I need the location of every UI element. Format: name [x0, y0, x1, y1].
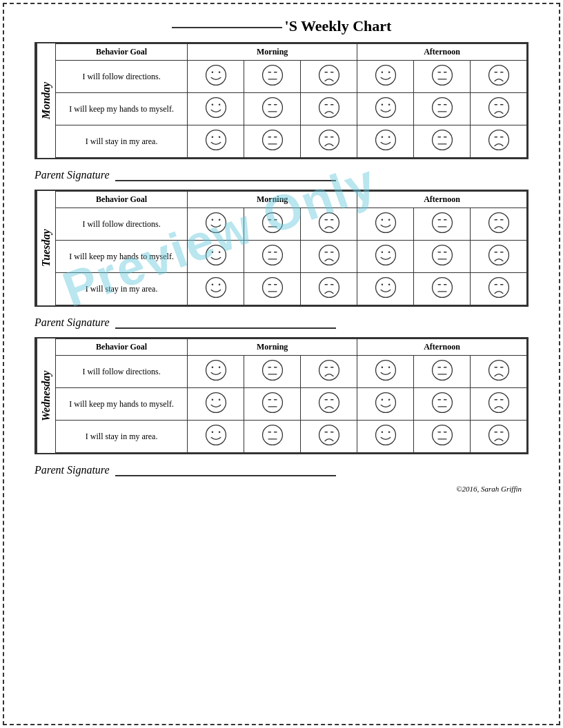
neutral-face-icon — [261, 211, 284, 234]
happy-face-icon — [204, 276, 228, 299]
neutral-face-icon — [431, 96, 454, 119]
goal-cell-0-2: I will stay in my area. — [56, 125, 188, 158]
neutral-face-icon — [261, 63, 284, 87]
svg-point-162 — [219, 431, 221, 433]
parent-signature-wednesday: Parent Signature — [34, 460, 529, 481]
svg-point-50 — [375, 130, 395, 150]
parent-signature-monday: Parent Signature — [34, 165, 529, 185]
face-cell-1-1-2 — [301, 241, 357, 273]
svg-point-73 — [432, 213, 452, 233]
svg-point-97 — [488, 245, 508, 265]
face-cell-2-1-1 — [244, 388, 301, 421]
svg-point-120 — [206, 361, 226, 381]
face-cell-2-2-0 — [188, 421, 244, 453]
svg-point-141 — [211, 398, 213, 401]
svg-point-7 — [319, 65, 339, 85]
sad-face-icon — [317, 63, 341, 87]
sad-face-icon — [487, 423, 511, 447]
face-cell-2-0-5 — [471, 356, 527, 388]
svg-point-40 — [206, 130, 226, 150]
svg-point-117 — [488, 278, 508, 298]
face-cell-0-2-0 — [188, 125, 244, 158]
svg-point-37 — [488, 98, 508, 118]
sad-face-icon — [487, 96, 511, 119]
neutral-face-icon — [261, 423, 284, 447]
svg-point-87 — [319, 245, 339, 265]
svg-point-77 — [488, 213, 508, 233]
face-cell-2-2-3 — [357, 421, 414, 453]
neutral-face-icon — [261, 391, 284, 414]
face-cell-2-0-2 — [301, 356, 357, 388]
svg-point-83 — [262, 245, 282, 265]
face-cell-0-1-0 — [188, 93, 244, 125]
happy-face-icon — [204, 211, 228, 234]
svg-point-52 — [388, 136, 390, 138]
goal-cell-1-2: I will stay in my area. — [56, 273, 188, 305]
face-cell-1-0-1 — [244, 208, 301, 241]
svg-point-21 — [211, 103, 213, 105]
table-row: I will keep my hands to myself. — [56, 93, 527, 125]
svg-point-131 — [381, 366, 383, 368]
sad-face-icon — [317, 128, 341, 152]
face-cell-0-0-4 — [414, 61, 471, 93]
face-cell-0-0-3 — [357, 61, 414, 93]
face-cell-0-1-2 — [301, 93, 357, 125]
face-cell-0-0-0 — [188, 61, 244, 93]
svg-point-12 — [388, 71, 390, 73]
face-cell-2-2-5 — [471, 421, 527, 453]
neutral-face-icon — [261, 128, 284, 152]
col-header-behavior-goal: Behavior Goal — [56, 339, 188, 356]
face-cell-1-1-1 — [244, 241, 301, 273]
face-cell-0-2-3 — [357, 125, 414, 158]
face-cell-2-2-1 — [244, 421, 301, 453]
face-cell-2-0-1 — [244, 356, 301, 388]
svg-point-153 — [432, 393, 452, 413]
neutral-face-icon — [431, 276, 454, 299]
sad-face-icon — [317, 276, 341, 299]
svg-point-90 — [375, 245, 395, 265]
svg-point-110 — [375, 278, 395, 298]
svg-point-62 — [219, 219, 221, 221]
svg-point-163 — [262, 425, 282, 445]
svg-point-137 — [488, 361, 508, 381]
day-label-tuesday: Tuesday — [36, 191, 55, 305]
happy-face-icon — [204, 63, 228, 87]
svg-point-31 — [381, 103, 383, 105]
svg-point-173 — [432, 425, 452, 445]
svg-point-92 — [388, 251, 390, 253]
svg-point-122 — [219, 366, 221, 368]
svg-point-167 — [319, 425, 339, 445]
svg-point-112 — [388, 283, 390, 285]
happy-face-icon — [204, 96, 228, 119]
svg-point-71 — [381, 219, 383, 221]
face-cell-2-1-2 — [301, 388, 357, 421]
col-header-afternoon: Afternoon — [357, 44, 527, 61]
neutral-face-icon — [261, 276, 284, 299]
svg-point-121 — [211, 366, 213, 368]
svg-point-41 — [211, 136, 213, 138]
svg-point-157 — [488, 393, 508, 413]
happy-face-icon — [204, 243, 228, 267]
face-cell-2-1-5 — [471, 388, 527, 421]
col-header-behavior-goal: Behavior Goal — [56, 192, 188, 208]
col-header-morning: Morning — [188, 339, 357, 356]
neutral-face-icon — [431, 423, 454, 447]
sad-face-icon — [487, 211, 511, 234]
svg-point-140 — [206, 393, 226, 413]
svg-point-23 — [262, 98, 282, 118]
face-cell-2-1-3 — [357, 388, 414, 421]
face-cell-1-0-2 — [301, 208, 357, 241]
svg-point-2 — [219, 71, 221, 73]
happy-face-icon — [374, 276, 397, 299]
face-cell-1-2-5 — [471, 273, 527, 305]
face-cell-0-2-2 — [301, 125, 357, 158]
face-cell-2-2-2 — [301, 421, 357, 453]
svg-point-150 — [375, 393, 395, 413]
happy-face-icon — [204, 423, 228, 447]
happy-face-icon — [374, 211, 397, 234]
face-cell-0-2-4 — [414, 125, 471, 158]
signature-line — [115, 475, 336, 476]
neutral-face-icon — [431, 358, 454, 382]
neutral-face-icon — [431, 128, 454, 152]
sad-face-icon — [487, 276, 511, 299]
